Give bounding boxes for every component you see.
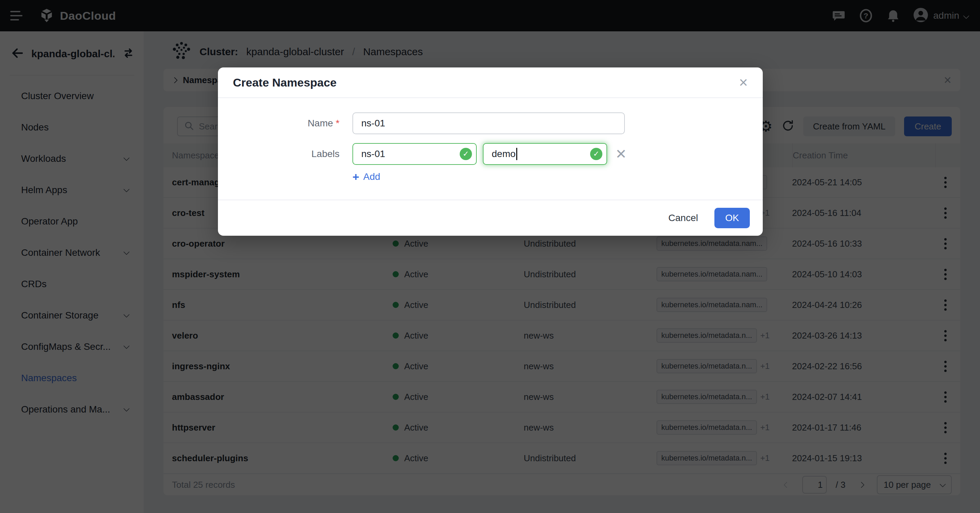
modal-close-icon[interactable]: × xyxy=(739,75,748,90)
plus-icon: + xyxy=(352,171,359,183)
modal-footer: Cancel OK xyxy=(218,200,763,236)
valid-check-icon: ✓ xyxy=(460,148,472,160)
ok-button[interactable]: OK xyxy=(714,208,750,228)
screen: DaoCloud ? xyxy=(0,0,980,513)
label-value-input[interactable]: demo ✓ xyxy=(483,143,607,165)
name-row: Name* ns-01 xyxy=(218,112,763,134)
add-label-text: Add xyxy=(363,171,380,182)
cancel-button[interactable]: Cancel xyxy=(668,213,698,223)
name-label: Name* xyxy=(218,118,352,129)
remove-label-icon[interactable]: ✕ xyxy=(615,147,627,161)
modal-header: Create Namespace × xyxy=(218,67,763,98)
text-caret xyxy=(516,148,517,160)
labels-label: Labels xyxy=(218,148,352,159)
add-label-link[interactable]: + Add xyxy=(352,171,763,183)
required-asterisk: * xyxy=(336,118,339,128)
modal-title: Create Namespace xyxy=(233,76,336,89)
valid-check-icon: ✓ xyxy=(590,148,602,160)
name-value: ns-01 xyxy=(361,118,385,129)
name-input[interactable]: ns-01 xyxy=(352,112,625,134)
labels-row: Labels ns-01 ✓ demo ✓ ✕ xyxy=(218,143,763,165)
label-key-value: ns-01 xyxy=(361,148,385,159)
label-value-text: demo xyxy=(492,148,515,159)
create-namespace-modal: Create Namespace × Name* ns-01 Labels ns… xyxy=(218,67,763,236)
label-key-input[interactable]: ns-01 ✓ xyxy=(352,143,477,165)
